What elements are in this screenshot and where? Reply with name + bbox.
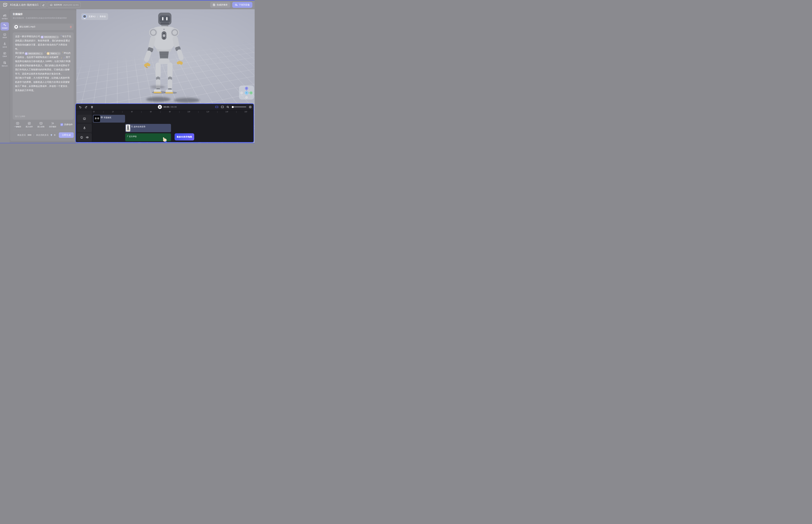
generate-now-button[interactable]: 立即生成 xyxy=(59,132,74,138)
clear-arrange-button[interactable]: 清空编排 xyxy=(49,122,56,128)
action-tag[interactable]: 弯腰(5s)✕ xyxy=(46,52,61,55)
ruler-label: 16f xyxy=(244,111,247,113)
remove-tag-icon[interactable]: ✕ xyxy=(57,36,58,38)
playback-controls: 00:00 / 00:30 xyxy=(158,104,177,110)
expression-track-header[interactable] xyxy=(77,115,92,122)
editor-rich-text: 这是一家全球领先的公司哈哈大笑(10s)✕「专注于先进机器人系统的设计、制造和部… xyxy=(15,34,71,93)
sidebar-item-label: 我的任务 xyxy=(2,65,7,67)
axis-gizmo[interactable]: Z X Y xyxy=(239,85,254,100)
expression-tag[interactable]: 哈哈大笑(10s)✕ xyxy=(40,36,59,39)
action-tag-icon xyxy=(47,52,50,55)
volume-icon[interactable] xyxy=(86,136,89,139)
deploy-button[interactable]: 下发到设备 xyxy=(232,2,253,8)
timeline-body: 0f2f4f6f8f10f12f14f16f xyxy=(76,110,254,142)
insert-action-button[interactable]: 插入动作 xyxy=(25,122,33,128)
timeline-zoom-slider[interactable] xyxy=(232,107,246,107)
clapperboard-icon xyxy=(3,14,6,17)
scope-bracket: 「 xyxy=(61,52,64,54)
sidebar-item-audio-arrange[interactable]: 音频编排 xyxy=(0,22,9,31)
walking-person-icon xyxy=(131,125,133,128)
checkbox-checked-icon[interactable] xyxy=(61,123,63,126)
bottom-accent-strip xyxy=(0,143,255,143)
svg-text:AI: AI xyxy=(17,123,18,124)
hand-cursor-icon xyxy=(162,136,168,143)
footer-divider: | xyxy=(33,134,34,136)
sidebar-item-action-library[interactable]: 动作库 xyxy=(0,41,9,49)
merge-save-label: 合成并保存 xyxy=(217,3,228,6)
sidebar-item-motion-imitation[interactable]: 动作模仿 xyxy=(0,13,9,21)
editor-text-segment: 这是一家全球领先的公司 xyxy=(15,35,40,38)
script-editor[interactable]: 这是一家全球领先的公司哈哈大笑(10s)✕「专注于先进机器人系统的设计、制造和部… xyxy=(13,32,74,120)
tag-label: 哈哈大笑(10s) xyxy=(44,36,55,38)
remove-tag-icon[interactable]: ✕ xyxy=(58,53,60,54)
model-badge[interactable]: 灵犀X2 ｜ 青春版 xyxy=(81,13,108,20)
one-key-arrange-button[interactable]: AI 一键编排 xyxy=(14,122,21,128)
app-logo-icon xyxy=(2,2,9,7)
action-thumbnail xyxy=(126,125,130,132)
zoom-in-icon[interactable] xyxy=(249,106,251,108)
audio-track-header[interactable] xyxy=(77,133,92,141)
ruler-label: 8f xyxy=(169,111,170,113)
slider-knob[interactable] xyxy=(232,106,234,108)
track-column-divider xyxy=(92,110,93,142)
badge-separator: ｜ xyxy=(96,15,99,18)
robot-download-icon xyxy=(235,3,238,6)
music-box-icon xyxy=(3,52,6,55)
fit-timeline-icon[interactable] xyxy=(215,106,218,108)
insert-expression-button[interactable]: 插入表情 xyxy=(37,122,45,128)
save-label: 保存时间 xyxy=(54,3,62,6)
tag-label: 弯腰(5s) xyxy=(50,52,57,55)
merge-save-button[interactable]: 合成并保存 xyxy=(210,2,230,8)
panel-title: 音频编排 xyxy=(13,13,74,16)
action-label: 插入表情 xyxy=(37,126,45,128)
sidebar-item-audio-library[interactable]: 音频库 xyxy=(0,50,9,59)
svg-text:Y: Y xyxy=(246,92,247,94)
expression-clip[interactable]: 害羞微笑 xyxy=(93,115,125,122)
undo-icon[interactable] xyxy=(79,106,82,108)
edit-tools xyxy=(79,104,93,110)
model-name: 灵犀X2 xyxy=(88,15,96,18)
panel-subtitle: 通过音频处理，生成音频素材以及融合动作和表情的音频编排素材 xyxy=(13,17,74,19)
robot-model[interactable] xyxy=(140,12,189,94)
ruler-label: 4f xyxy=(131,111,133,113)
expression-thumbnail xyxy=(94,115,100,122)
ruler-tick xyxy=(141,111,142,113)
ruler-tick xyxy=(122,111,123,113)
ground-shadow xyxy=(146,97,170,102)
save-time: 26/01/03 12:01 xyxy=(63,4,79,6)
sidebar-item-expression-library[interactable]: 表情库 xyxy=(0,32,9,40)
delete-audio-icon[interactable] xyxy=(69,26,72,28)
zoom-out-icon[interactable] xyxy=(227,106,229,108)
drag-hint-button[interactable]: 鼠标长按并拖拽 xyxy=(175,133,194,141)
note-box-icon xyxy=(28,122,31,125)
remove-tag-icon[interactable]: ✕ xyxy=(41,53,42,54)
audio-clip-item[interactable]: 默认名称1.mp3 xyxy=(13,23,74,30)
redo-icon[interactable] xyxy=(85,106,87,108)
play-button[interactable] xyxy=(158,105,162,109)
remaining-gems-value: 300 xyxy=(28,134,32,136)
ground-shadow xyxy=(174,98,200,103)
clip-range-icon[interactable] xyxy=(221,106,224,108)
action-clip[interactable]: 超帅走路姿势 xyxy=(125,124,171,132)
action-track-header[interactable] xyxy=(77,124,92,132)
save-status: 保存时间 26/01/03 12:01 xyxy=(48,2,81,7)
scope-bracket: 」 xyxy=(63,56,66,59)
rename-button[interactable] xyxy=(40,2,46,7)
scope-bracket: 「 xyxy=(44,52,46,54)
ruler-label: 6f xyxy=(150,111,151,113)
music-note-icon: ♪ xyxy=(127,135,128,137)
action-label: 一键编排 xyxy=(14,126,21,128)
panel-footer: 剩余灵石 300 | 本次消耗灵石 0 立即生成 xyxy=(13,130,74,138)
delete-clip-icon[interactable] xyxy=(91,106,93,108)
clip-label: 超帅走路姿势 xyxy=(134,125,145,128)
scope-bracket: 「 xyxy=(60,35,62,38)
expression-tag[interactable]: 哈哈大笑(10s)✕ xyxy=(25,52,43,55)
sidebar-item-my-tasks[interactable]: 我的任务 xyxy=(0,60,9,68)
gem-icon xyxy=(50,134,53,136)
scope-bracket: 」 xyxy=(61,56,63,59)
clip-label: 官方声音 xyxy=(129,135,137,138)
rhythm-motion-toggle[interactable]: 韵律动作 xyxy=(61,123,73,126)
expression-track-icon xyxy=(83,117,86,120)
robot-face-icon xyxy=(39,122,43,125)
play-audio-icon[interactable] xyxy=(14,25,18,29)
